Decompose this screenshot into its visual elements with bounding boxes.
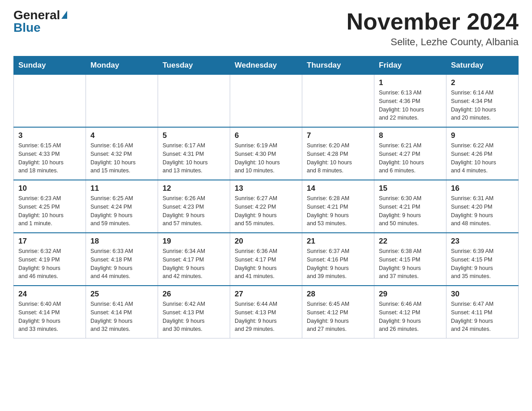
cell-sun-info: Sunrise: 6:38 AM Sunset: 4:15 PM Dayligh… <box>379 247 442 281</box>
day-number: 3 <box>18 131 81 140</box>
cell-sun-info: Sunrise: 6:37 AM Sunset: 4:16 PM Dayligh… <box>307 247 369 281</box>
title-block: November 2024 Selite, Lezhe County, Alba… <box>347 9 519 48</box>
calendar-cell: 23Sunrise: 6:39 AM Sunset: 4:15 PM Dayli… <box>446 233 519 286</box>
cell-sun-info: Sunrise: 6:13 AM Sunset: 4:36 PM Dayligh… <box>379 89 442 122</box>
day-number: 6 <box>235 131 297 140</box>
calendar-cell: 26Sunrise: 6:42 AM Sunset: 4:13 PM Dayli… <box>158 286 230 338</box>
month-title: November 2024 <box>347 9 519 34</box>
calendar-cell: 27Sunrise: 6:44 AM Sunset: 4:13 PM Dayli… <box>230 286 302 338</box>
calendar-week-row: 24Sunrise: 6:40 AM Sunset: 4:14 PM Dayli… <box>14 286 519 338</box>
cell-sun-info: Sunrise: 6:16 AM Sunset: 4:32 PM Dayligh… <box>90 141 153 175</box>
cell-sun-info: Sunrise: 6:47 AM Sunset: 4:11 PM Dayligh… <box>451 300 514 334</box>
day-number: 26 <box>163 290 225 299</box>
calendar-cell: 5Sunrise: 6:17 AM Sunset: 4:31 PM Daylig… <box>158 127 230 180</box>
calendar-cell: 9Sunrise: 6:22 AM Sunset: 4:26 PM Daylig… <box>446 127 519 180</box>
weekday-header-monday: Monday <box>86 56 158 75</box>
logo-blue-text: Blue <box>13 21 41 34</box>
cell-sun-info: Sunrise: 6:15 AM Sunset: 4:33 PM Dayligh… <box>18 141 81 175</box>
calendar-cell: 16Sunrise: 6:31 AM Sunset: 4:20 PM Dayli… <box>446 180 519 233</box>
cell-sun-info: Sunrise: 6:17 AM Sunset: 4:31 PM Dayligh… <box>163 141 225 175</box>
cell-sun-info: Sunrise: 6:27 AM Sunset: 4:22 PM Dayligh… <box>235 194 297 228</box>
cell-sun-info: Sunrise: 6:32 AM Sunset: 4:19 PM Dayligh… <box>18 247 81 281</box>
day-number: 4 <box>90 131 153 140</box>
calendar-cell: 15Sunrise: 6:30 AM Sunset: 4:21 PM Dayli… <box>374 180 446 233</box>
calendar-cell: 8Sunrise: 6:21 AM Sunset: 4:27 PM Daylig… <box>374 127 446 180</box>
logo: General Blue <box>13 9 67 34</box>
calendar-week-row: 17Sunrise: 6:32 AM Sunset: 4:19 PM Dayli… <box>14 233 519 286</box>
cell-sun-info: Sunrise: 6:39 AM Sunset: 4:15 PM Dayligh… <box>451 247 514 281</box>
day-number: 12 <box>163 184 225 193</box>
day-number: 28 <box>307 290 369 299</box>
day-number: 11 <box>90 184 153 193</box>
calendar-cell: 13Sunrise: 6:27 AM Sunset: 4:22 PM Dayli… <box>230 180 302 233</box>
day-number: 22 <box>379 237 442 246</box>
calendar-cell <box>86 75 158 128</box>
day-number: 17 <box>18 237 81 246</box>
cell-sun-info: Sunrise: 6:36 AM Sunset: 4:17 PM Dayligh… <box>235 247 297 281</box>
weekday-header-tuesday: Tuesday <box>158 56 230 75</box>
calendar-cell: 22Sunrise: 6:38 AM Sunset: 4:15 PM Dayli… <box>374 233 446 286</box>
weekday-header-thursday: Thursday <box>302 56 374 75</box>
day-number: 19 <box>163 237 225 246</box>
cell-sun-info: Sunrise: 6:20 AM Sunset: 4:28 PM Dayligh… <box>307 141 369 175</box>
calendar-cell: 6Sunrise: 6:19 AM Sunset: 4:30 PM Daylig… <box>230 127 302 180</box>
calendar-cell <box>158 75 230 128</box>
calendar-cell: 2Sunrise: 6:14 AM Sunset: 4:34 PM Daylig… <box>446 75 519 128</box>
calendar-cell: 18Sunrise: 6:33 AM Sunset: 4:18 PM Dayli… <box>86 233 158 286</box>
day-number: 30 <box>451 290 514 299</box>
day-number: 15 <box>379 184 442 193</box>
calendar-cell: 21Sunrise: 6:37 AM Sunset: 4:16 PM Dayli… <box>302 233 374 286</box>
cell-sun-info: Sunrise: 6:22 AM Sunset: 4:26 PM Dayligh… <box>451 141 514 175</box>
cell-sun-info: Sunrise: 6:21 AM Sunset: 4:27 PM Dayligh… <box>379 141 442 175</box>
cell-sun-info: Sunrise: 6:31 AM Sunset: 4:20 PM Dayligh… <box>451 194 514 228</box>
cell-sun-info: Sunrise: 6:33 AM Sunset: 4:18 PM Dayligh… <box>90 247 153 281</box>
day-number: 7 <box>307 131 369 140</box>
day-number: 13 <box>235 184 297 193</box>
calendar-week-row: 3Sunrise: 6:15 AM Sunset: 4:33 PM Daylig… <box>14 127 519 180</box>
weekday-header-wednesday: Wednesday <box>230 56 302 75</box>
day-number: 14 <box>307 184 369 193</box>
calendar-cell <box>302 75 374 128</box>
calendar-cell: 4Sunrise: 6:16 AM Sunset: 4:32 PM Daylig… <box>86 127 158 180</box>
calendar-cell: 11Sunrise: 6:25 AM Sunset: 4:24 PM Dayli… <box>86 180 158 233</box>
logo-general-text: General <box>13 9 60 21</box>
day-number: 18 <box>90 237 153 246</box>
weekday-header-friday: Friday <box>374 56 446 75</box>
day-number: 29 <box>379 290 442 299</box>
calendar-cell <box>14 75 86 128</box>
day-number: 23 <box>451 237 514 246</box>
calendar-cell: 14Sunrise: 6:28 AM Sunset: 4:21 PM Dayli… <box>302 180 374 233</box>
calendar-cell: 29Sunrise: 6:46 AM Sunset: 4:12 PM Dayli… <box>374 286 446 338</box>
day-number: 1 <box>379 78 442 87</box>
cell-sun-info: Sunrise: 6:45 AM Sunset: 4:12 PM Dayligh… <box>307 300 369 334</box>
day-number: 2 <box>451 78 514 87</box>
cell-sun-info: Sunrise: 6:30 AM Sunset: 4:21 PM Dayligh… <box>379 194 442 228</box>
cell-sun-info: Sunrise: 6:26 AM Sunset: 4:23 PM Dayligh… <box>163 194 225 228</box>
cell-sun-info: Sunrise: 6:40 AM Sunset: 4:14 PM Dayligh… <box>18 300 81 334</box>
calendar-cell: 10Sunrise: 6:23 AM Sunset: 4:25 PM Dayli… <box>14 180 86 233</box>
day-number: 8 <box>379 131 442 140</box>
calendar-cell: 1Sunrise: 6:13 AM Sunset: 4:36 PM Daylig… <box>374 75 446 128</box>
calendar-cell: 25Sunrise: 6:41 AM Sunset: 4:14 PM Dayli… <box>86 286 158 338</box>
calendar-cell: 28Sunrise: 6:45 AM Sunset: 4:12 PM Dayli… <box>302 286 374 338</box>
day-number: 10 <box>18 184 81 193</box>
weekday-header-sunday: Sunday <box>14 56 86 75</box>
location-subtitle: Selite, Lezhe County, Albania <box>347 36 519 48</box>
day-number: 9 <box>451 131 514 140</box>
day-number: 16 <box>451 184 514 193</box>
calendar-cell: 7Sunrise: 6:20 AM Sunset: 4:28 PM Daylig… <box>302 127 374 180</box>
calendar-cell: 19Sunrise: 6:34 AM Sunset: 4:17 PM Dayli… <box>158 233 230 286</box>
cell-sun-info: Sunrise: 6:46 AM Sunset: 4:12 PM Dayligh… <box>379 300 442 334</box>
cell-sun-info: Sunrise: 6:42 AM Sunset: 4:13 PM Dayligh… <box>163 300 225 334</box>
logo-triangle-icon <box>61 11 67 19</box>
calendar-cell: 12Sunrise: 6:26 AM Sunset: 4:23 PM Dayli… <box>158 180 230 233</box>
weekday-header-saturday: Saturday <box>446 56 519 75</box>
calendar-cell: 30Sunrise: 6:47 AM Sunset: 4:11 PM Dayli… <box>446 286 519 338</box>
cell-sun-info: Sunrise: 6:34 AM Sunset: 4:17 PM Dayligh… <box>163 247 225 281</box>
day-number: 20 <box>235 237 297 246</box>
page-header: General Blue November 2024 Selite, Lezhe… <box>13 9 519 48</box>
calendar-cell: 3Sunrise: 6:15 AM Sunset: 4:33 PM Daylig… <box>14 127 86 180</box>
cell-sun-info: Sunrise: 6:25 AM Sunset: 4:24 PM Dayligh… <box>90 194 153 228</box>
day-number: 24 <box>18 290 81 299</box>
calendar-cell <box>230 75 302 128</box>
